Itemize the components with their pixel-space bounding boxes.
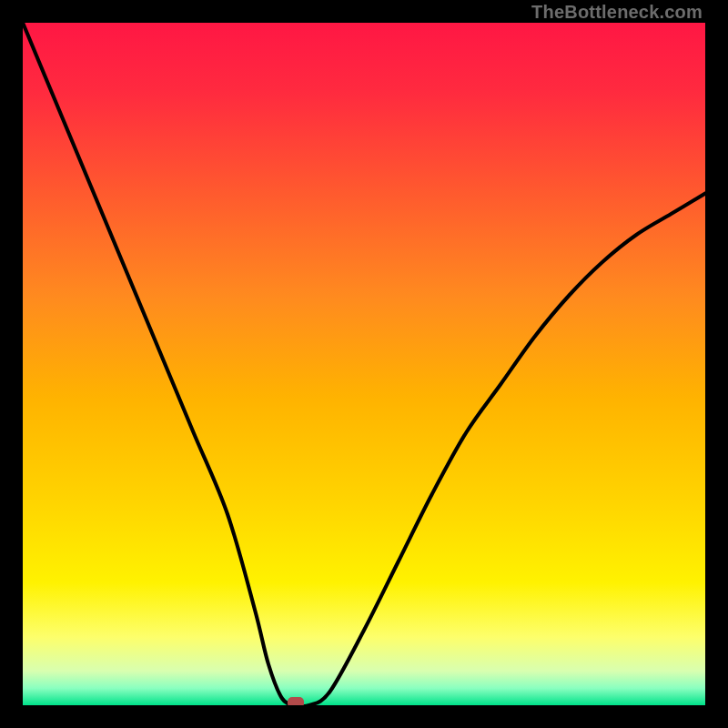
chart-frame: TheBottleneck.com <box>0 0 728 728</box>
optimal-point-marker <box>288 697 304 705</box>
watermark-text: TheBottleneck.com <box>531 2 703 23</box>
plot-area <box>23 23 705 705</box>
curve-layer <box>23 23 705 705</box>
bottleneck-curve <box>23 23 705 705</box>
